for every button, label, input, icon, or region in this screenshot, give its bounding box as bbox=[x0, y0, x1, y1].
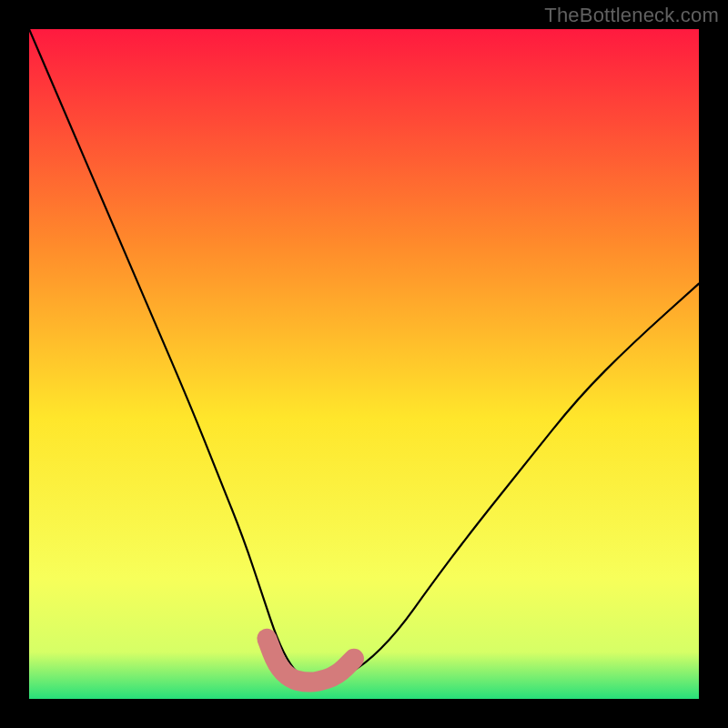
plot-area bbox=[29, 29, 699, 699]
gradient-background bbox=[29, 29, 699, 699]
chart-svg bbox=[29, 29, 699, 699]
watermark-text: TheBottleneck.com bbox=[544, 4, 719, 27]
chart-frame: TheBottleneck.com bbox=[0, 0, 728, 728]
